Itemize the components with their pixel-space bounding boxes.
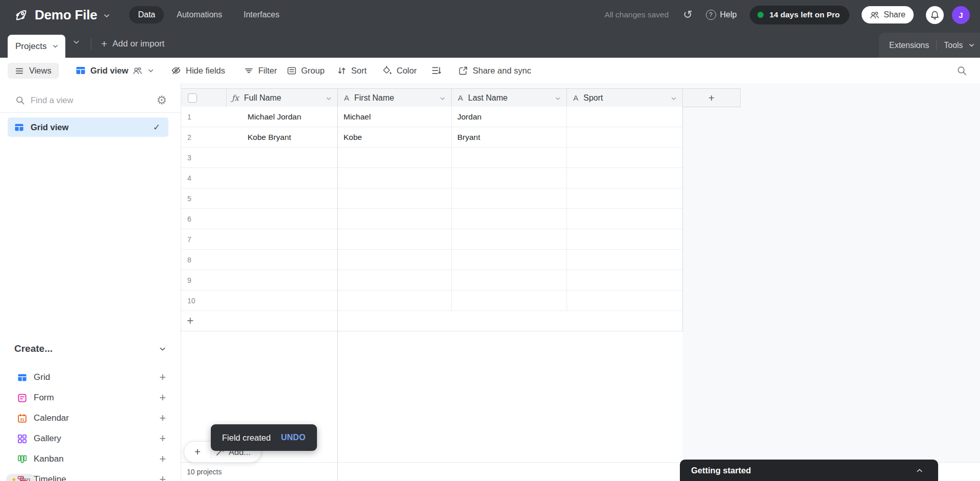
add-view-button[interactable]: + bbox=[159, 391, 166, 404]
share-label: Share bbox=[884, 10, 905, 19]
toolbar-divider bbox=[58, 65, 58, 76]
create-item-kanban[interactable]: Kanban + bbox=[0, 449, 181, 469]
help-button[interactable]: ? Help bbox=[706, 10, 737, 20]
tablebar-right-panel: Extensions Tools bbox=[879, 33, 980, 58]
calendar-view-icon: 31 bbox=[17, 414, 27, 423]
hamburger-icon bbox=[15, 66, 24, 76]
table-row[interactable]: 8 bbox=[181, 250, 682, 270]
column-chevron-down-icon[interactable] bbox=[554, 95, 561, 102]
sort-button[interactable]: Sort bbox=[337, 58, 366, 83]
cell[interactable]: Michael Jordan bbox=[248, 107, 301, 127]
grid-column-line bbox=[682, 88, 683, 331]
cell[interactable]: Bryant bbox=[457, 127, 480, 148]
sidebar-item-grid-view[interactable]: Grid view ✓ bbox=[8, 117, 168, 137]
share-and-sync-button[interactable]: Share and sync bbox=[458, 58, 531, 83]
title-chevron-down-icon[interactable] bbox=[103, 12, 111, 20]
column-chevron-down-icon[interactable] bbox=[325, 95, 332, 102]
filter-button[interactable]: Filter bbox=[244, 58, 277, 83]
row-height-icon bbox=[431, 65, 442, 76]
table-row[interactable]: 1 Michael JordanMichaelJordan bbox=[181, 107, 682, 127]
table-chevron-down-icon bbox=[52, 42, 59, 50]
share-button[interactable]: Share bbox=[862, 6, 914, 23]
cell[interactable]: Michael bbox=[344, 107, 371, 127]
column-header-last-name[interactable]: A Last Name bbox=[451, 88, 567, 107]
share-and-sync-label: Share and sync bbox=[473, 66, 531, 76]
create-section-header[interactable]: Create... bbox=[0, 339, 181, 359]
avatar[interactable]: J bbox=[952, 6, 970, 24]
table-row[interactable]: 4 bbox=[181, 168, 682, 188]
create-item-gallery[interactable]: Gallery + bbox=[0, 428, 181, 449]
app-brand[interactable]: Demo File bbox=[14, 7, 111, 23]
table-row[interactable]: 10 bbox=[181, 291, 682, 311]
add-view-button[interactable]: + bbox=[159, 412, 166, 425]
tools-chevron-down-icon bbox=[968, 41, 975, 49]
color-label: Color bbox=[397, 66, 416, 76]
add-field-button[interactable]: + bbox=[682, 88, 741, 107]
table-row[interactable]: 3 bbox=[181, 148, 682, 168]
tab-data[interactable]: Data bbox=[129, 6, 164, 23]
getting-started-title: Getting started bbox=[691, 466, 751, 475]
cell[interactable]: Kobe Bryant bbox=[248, 127, 291, 148]
table-row[interactable]: 9 bbox=[181, 270, 682, 291]
row-number: 1 bbox=[187, 107, 191, 127]
external-link-icon bbox=[458, 66, 468, 76]
create-item-calendar[interactable]: 31 Calendar + bbox=[0, 408, 181, 428]
undo-button[interactable]: UNDO bbox=[281, 433, 305, 442]
group-icon bbox=[287, 66, 297, 76]
create-item-grid[interactable]: Grid + bbox=[0, 367, 181, 388]
table-row[interactable]: 6 bbox=[181, 209, 682, 229]
group-button[interactable]: Group bbox=[287, 58, 325, 83]
add-record-button[interactable]: + bbox=[184, 446, 211, 458]
grid-column-line bbox=[567, 107, 567, 311]
table-row[interactable]: 7 bbox=[181, 229, 682, 250]
find-view-placeholder: Find a view bbox=[31, 95, 73, 105]
table-row[interactable]: 5 bbox=[181, 188, 682, 209]
add-view-button[interactable]: + bbox=[159, 432, 166, 445]
column-header-sport[interactable]: A Sport bbox=[567, 88, 682, 107]
collapse-chevron-up-icon[interactable] bbox=[915, 466, 924, 475]
create-item-timeline[interactable]: Timeline ✦ Pro + bbox=[0, 469, 181, 481]
grid-rows: 1 Michael JordanMichaelJordan 2 Kobe Bry… bbox=[181, 107, 682, 311]
add-row[interactable]: + bbox=[181, 311, 682, 331]
hide-fields-button[interactable]: Hide fields bbox=[171, 58, 225, 83]
table-tab-projects[interactable]: Projects bbox=[8, 35, 65, 58]
create-chevron-down-icon bbox=[158, 345, 167, 353]
filter-label: Filter bbox=[258, 66, 277, 76]
select-all-checkbox[interactable] bbox=[188, 93, 197, 103]
cell[interactable]: Jordan bbox=[457, 107, 481, 127]
create-item-form[interactable]: Form + bbox=[0, 388, 181, 408]
notifications-button[interactable] bbox=[926, 6, 944, 24]
column-header-full-name[interactable]: ƒx Full Name bbox=[226, 88, 337, 107]
column-header-first-name[interactable]: A First Name bbox=[337, 88, 451, 107]
find-view-search[interactable]: Find a view ⚙ bbox=[0, 90, 181, 110]
table-row[interactable]: 2 Kobe BryantKobeBryant bbox=[181, 127, 682, 148]
text-field-icon: A bbox=[344, 93, 349, 102]
add-view-button[interactable]: + bbox=[159, 452, 166, 466]
tab-automations[interactable]: Automations bbox=[168, 6, 231, 23]
gear-icon[interactable]: ⚙ bbox=[156, 94, 167, 106]
help-label: Help bbox=[720, 10, 737, 19]
grid-view-icon bbox=[76, 65, 86, 76]
tab-interfaces[interactable]: Interfaces bbox=[235, 6, 288, 23]
views-menu-button[interactable]: Views bbox=[8, 63, 59, 79]
search-button[interactable] bbox=[957, 58, 967, 83]
tables-expand-chevron-icon[interactable] bbox=[72, 38, 81, 46]
row-height-button[interactable] bbox=[431, 58, 442, 83]
cell[interactable]: Kobe bbox=[344, 127, 362, 148]
column-chevron-down-icon[interactable] bbox=[439, 95, 446, 102]
tools-button[interactable]: Tools bbox=[944, 41, 975, 50]
add-or-import-button[interactable]: + Add or import bbox=[101, 30, 164, 58]
history-icon[interactable]: ↺ bbox=[683, 9, 692, 20]
column-chevron-down-icon[interactable] bbox=[670, 95, 677, 102]
getting-started-panel[interactable]: Getting started bbox=[680, 460, 938, 481]
search-icon bbox=[15, 95, 25, 105]
grid-view-menu[interactable]: Grid view bbox=[76, 58, 155, 83]
add-view-button[interactable]: + bbox=[159, 371, 166, 384]
trial-badge[interactable]: 14 days left on Pro bbox=[750, 6, 849, 25]
create-label: Create... bbox=[14, 343, 53, 354]
add-view-button[interactable]: + bbox=[159, 473, 166, 481]
row-number: 6 bbox=[187, 209, 191, 229]
extensions-button[interactable]: Extensions bbox=[889, 41, 929, 50]
grid-area: ƒx Full Name A First Name A Last Name bbox=[181, 83, 980, 481]
color-button[interactable]: Color bbox=[382, 58, 416, 83]
